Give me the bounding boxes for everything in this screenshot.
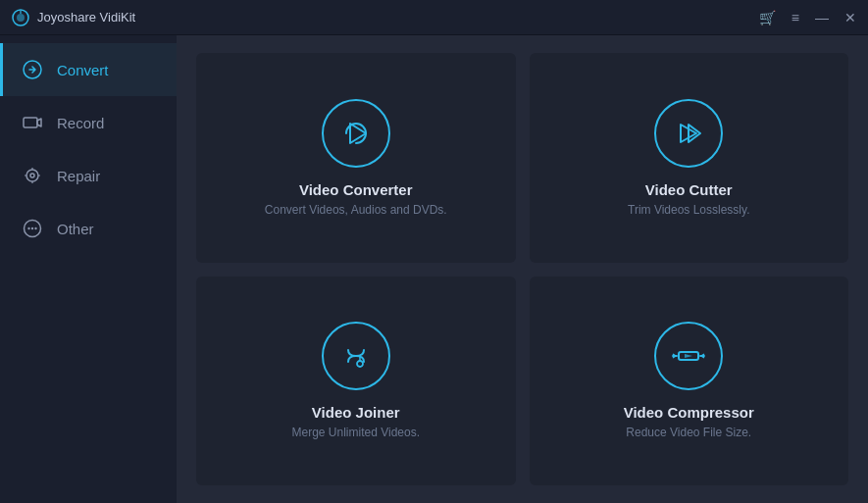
video-compressor-desc: Reduce Video File Size. xyxy=(624,426,754,439)
video-joiner-icon-circle xyxy=(322,322,390,390)
sidebar: Convert Record Repair xyxy=(0,35,177,503)
cart-icon[interactable]: 🛒 xyxy=(759,10,776,25)
video-joiner-card[interactable]: Video Joiner Merge Unlimited Videos. xyxy=(196,277,516,486)
svg-point-7 xyxy=(34,227,36,229)
video-compressor-title: Video Compressor xyxy=(624,404,754,421)
video-converter-text: Video Converter Convert Videos, Audios a… xyxy=(265,181,447,217)
video-joiner-title: Video Joiner xyxy=(291,404,420,421)
app-logo xyxy=(12,9,29,26)
app-body: Convert Record Repair xyxy=(0,35,868,503)
video-converter-card[interactable]: Video Converter Convert Videos, Audios a… xyxy=(196,53,516,263)
main-content: Video Converter Convert Videos, Audios a… xyxy=(177,35,868,503)
window-controls: 🛒 ≡ — ✕ xyxy=(759,10,856,25)
convert-icon xyxy=(22,59,43,80)
sidebar-record-label: Record xyxy=(57,115,104,131)
svg-marker-15 xyxy=(685,354,692,358)
sidebar-convert-label: Convert xyxy=(57,62,109,78)
svg-rect-3 xyxy=(24,118,37,127)
sidebar-other-label: Other xyxy=(57,221,94,237)
titlebar: Joyoshare VidiKit 🛒 ≡ — ✕ xyxy=(0,0,868,35)
video-converter-desc: Convert Videos, Audios and DVDs. xyxy=(265,203,447,217)
video-cutter-icon-circle xyxy=(654,99,723,168)
video-compressor-card[interactable]: Video Compressor Reduce Video File Size. xyxy=(530,277,849,486)
video-cutter-card[interactable]: Video Cutter Trim Videos Losslessly. xyxy=(530,53,849,263)
svg-point-5 xyxy=(27,227,29,229)
sidebar-repair-label: Repair xyxy=(57,168,100,184)
sidebar-item-other[interactable]: Other xyxy=(0,202,177,255)
sidebar-item-record[interactable]: Record xyxy=(0,96,177,149)
sidebar-item-repair[interactable]: Repair xyxy=(0,149,177,202)
video-converter-icon-circle xyxy=(322,99,390,168)
video-joiner-desc: Merge Unlimited Videos. xyxy=(291,426,420,439)
sidebar-item-convert[interactable]: Convert xyxy=(0,43,177,96)
video-cutter-text: Video Cutter Trim Videos Losslessly. xyxy=(628,181,749,217)
minimize-icon[interactable]: — xyxy=(815,10,829,25)
svg-point-1 xyxy=(17,14,25,22)
repair-icon xyxy=(22,165,43,186)
close-icon[interactable]: ✕ xyxy=(844,10,856,25)
app-title: Joyoshare VidiKit xyxy=(37,10,759,25)
video-cutter-desc: Trim Videos Losslessly. xyxy=(628,203,749,217)
record-icon xyxy=(22,112,43,133)
video-joiner-text: Video Joiner Merge Unlimited Videos. xyxy=(291,404,420,439)
other-icon xyxy=(22,218,43,239)
video-cutter-title: Video Cutter xyxy=(628,181,749,198)
menu-icon[interactable]: ≡ xyxy=(791,10,799,25)
svg-point-11 xyxy=(357,361,363,367)
video-converter-title: Video Converter xyxy=(265,181,447,198)
video-compressor-icon-circle xyxy=(654,322,723,390)
video-compressor-text: Video Compressor Reduce Video File Size. xyxy=(624,404,754,439)
svg-point-6 xyxy=(31,227,33,229)
